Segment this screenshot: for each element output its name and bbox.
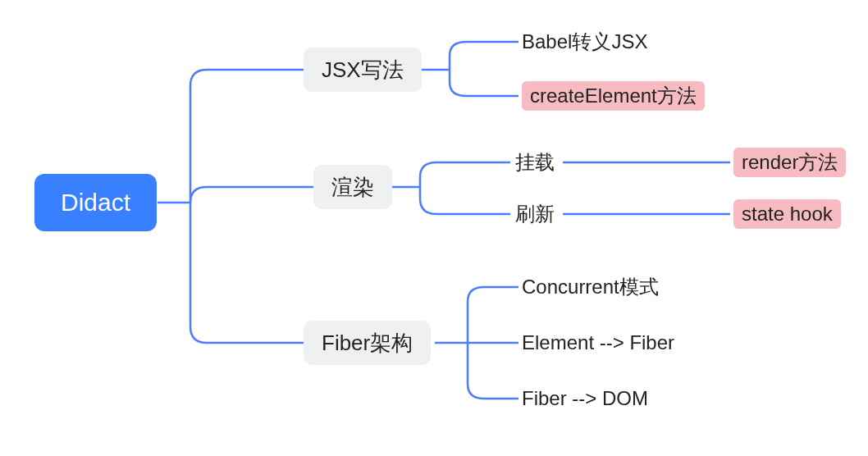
node-concurrent-label: Concurrent模式 [522,276,659,298]
node-concurrent[interactable]: Concurrent模式 [522,277,659,297]
node-fiber[interactable]: Fiber架构 [304,321,431,365]
node-element-fiber-label: Element --> Fiber [522,331,674,353]
node-state-hook[interactable]: state hook [733,199,841,229]
node-jsx[interactable]: JSX写法 [304,48,422,92]
node-render-method[interactable]: render方法 [733,148,846,177]
node-mount-label: 挂载 [515,151,555,173]
node-render-method-label: render方法 [742,151,838,173]
node-fiber-label: Fiber架构 [322,331,413,355]
node-refresh[interactable]: 刷新 [515,204,555,224]
node-babel-label: Babel转义JSX [522,30,647,52]
node-root-label: Didact [61,189,130,216]
node-babel[interactable]: Babel转义JSX [522,32,647,52]
node-state-hook-label: state hook [742,203,833,225]
node-element-fiber[interactable]: Element --> Fiber [522,333,674,353]
node-root[interactable]: Didact [34,174,157,231]
node-createelement-label: createElement方法 [530,84,697,107]
node-render-label: 渲染 [331,175,374,199]
node-fiber-dom-label: Fiber --> DOM [522,387,648,409]
node-fiber-dom[interactable]: Fiber --> DOM [522,389,648,408]
node-mount[interactable]: 挂载 [515,153,555,172]
node-createelement[interactable]: createElement方法 [522,81,705,111]
node-refresh-label: 刷新 [515,203,555,225]
node-jsx-label: JSX写法 [322,57,404,82]
node-render[interactable]: 渲染 [313,165,392,209]
